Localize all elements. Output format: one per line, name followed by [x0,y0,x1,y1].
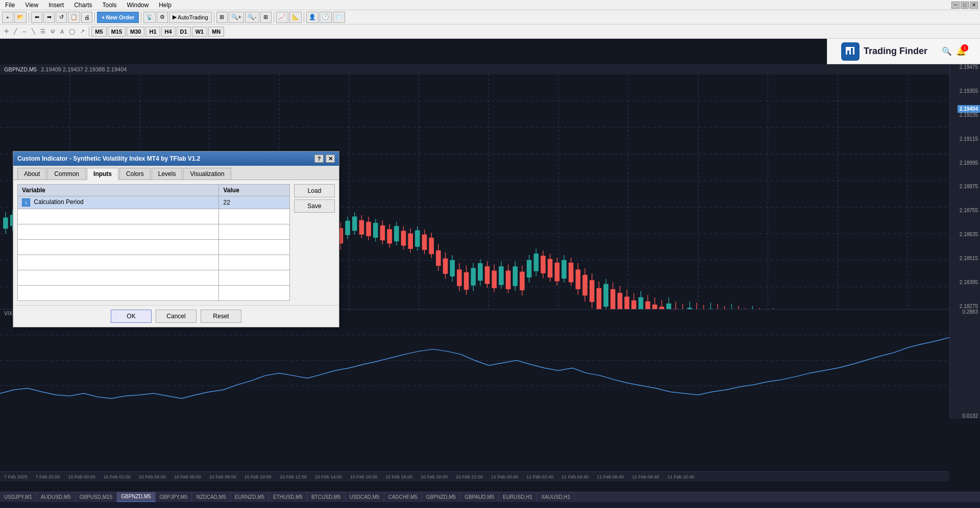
sym-tab-7[interactable]: ETHUSD,M5 [269,492,307,502]
sym-tab-12[interactable]: GBPAUD,M5 [460,492,499,502]
dialog-tab-colors[interactable]: Colors [119,168,151,180]
menu-help[interactable]: Help [156,1,175,10]
svg-rect-23 [4,218,8,228]
line-tool[interactable]: ╱ [12,28,19,35]
menu-window[interactable]: Window [124,1,152,10]
svg-rect-163 [492,271,496,288]
dialog-close-button[interactable]: ✕ [326,155,335,163]
inputs-table: Variable Value i Calculation Period [17,184,290,301]
tf-h1[interactable]: H1 [145,27,160,37]
zoom-in-btn[interactable]: 🔍+ [229,12,244,23]
profiles-btn[interactable]: 👤 [306,12,318,23]
sym-tab-2[interactable]: GBPUSD,M15 [76,492,117,502]
tf-h4[interactable]: H4 [161,27,176,37]
history-btn[interactable]: 📋 [68,12,80,23]
trendline-tool[interactable]: ╲ [30,28,37,35]
sym-tab-5[interactable]: NZDCAD,M5 [192,492,230,502]
svg-rect-169 [513,267,517,286]
value-cell[interactable]: 22 [219,196,290,209]
dialog-tab-levels[interactable]: Levels [152,168,183,180]
fib-tool[interactable]: Ψ [48,29,57,35]
mailbox-btn[interactable]: 📨 [333,12,345,23]
tf-m5[interactable]: M5 [91,27,106,37]
save-button[interactable]: Save [294,199,335,213]
menu-file[interactable]: File [2,1,18,10]
sym-tab-11[interactable]: GBPNZD,M5 [422,492,460,502]
channel-tool[interactable]: ☰ [38,28,47,35]
forward-btn[interactable]: ➡ [43,12,55,23]
dialog-tab-about[interactable]: About [17,168,46,180]
tf-m30[interactable]: M30 [127,27,144,37]
empty-row-6 [18,286,290,301]
signal-btn[interactable]: 📡 [143,12,156,23]
time-label-14: 11 Feb 00:40 [487,474,522,479]
sym-tab-9[interactable]: USDCAD,M5 [346,492,384,502]
empty-row-4 [18,255,290,270]
new-order-button[interactable]: + New Order [97,12,139,23]
menu-view[interactable]: View [22,1,41,10]
price-level-4: 2.18995 [960,160,978,166]
indicators-btn[interactable]: 📈 [276,12,288,23]
time-label-3: 10 Feb 02:00 [100,474,135,479]
new-chart-btn[interactable]: + [2,12,13,23]
zoom-out-btn[interactable]: 🔍- [245,12,259,23]
settings-btn[interactable]: ⚙ [157,12,168,23]
tf-m15[interactable]: M15 [108,27,126,37]
back-btn[interactable]: ⬅ [31,12,42,23]
ok-button[interactable]: OK [111,310,152,323]
open-btn[interactable]: 📂 [14,12,27,23]
price-scale: 2.19475 2.19355 2.19235 2.19115 2.18995 … [949,64,980,309]
ellipse-tool[interactable]: ◯ [67,28,77,35]
sym-tab-13[interactable]: EURUSD,H1 [499,492,537,502]
grid-btn[interactable]: ⊞ [260,12,272,23]
minimize-button[interactable]: ─ [951,2,960,9]
clock-btn[interactable]: 🕐 [320,12,332,23]
notification-icon[interactable]: 🔔 1 [956,46,966,56]
tf-logo-icon [841,42,860,61]
sym-tab-3[interactable]: GBPNZD,M5 [117,492,155,502]
hline-tool[interactable]: ─ [20,29,29,35]
reload-btn[interactable]: ↺ [56,12,67,23]
dialog-tab-visualization[interactable]: Visualization [183,168,231,180]
sym-tab-6[interactable]: EURNZD,M5 [231,492,269,502]
maximize-button[interactable]: □ [961,2,969,9]
print-btn[interactable]: 🖨 [81,12,92,23]
crosshair-tool[interactable]: ✛ [2,28,11,35]
table-row[interactable]: i Calculation Period 22 [18,196,290,209]
sym-tab-0[interactable]: USDJPY,M1 [0,492,37,502]
svg-rect-135 [395,226,399,241]
menu-insert[interactable]: Insert [45,1,67,10]
time-label-2: 10 Feb 00:00 [64,474,100,479]
reset-button[interactable]: Reset [201,310,241,323]
tf-mn[interactable]: MN [208,27,224,37]
tf-w1[interactable]: W1 [192,27,208,37]
dialog-tab-inputs[interactable]: Inputs [87,168,118,180]
sym-tab-1[interactable]: AUDUSD,M5 [37,492,76,502]
cancel-button[interactable]: Cancel [156,310,197,323]
window-controls: ─ □ ✕ [951,2,978,9]
text-tool[interactable]: A [58,29,66,35]
dialog-tab-common[interactable]: Common [47,168,86,180]
svg-rect-165 [499,267,503,285]
time-label-16: 11 Feb 04:40 [557,474,593,479]
menu-charts[interactable]: Charts [71,1,95,10]
objects-btn[interactable]: 📐 [289,12,302,23]
dialog-help-button[interactable]: ? [314,155,324,163]
sym-tab-4[interactable]: GBPJPY,M5 [156,492,192,502]
time-label-8: 10 Feb 12:00 [276,474,311,479]
sym-tab-10[interactable]: CADCHF,M5 [384,492,422,502]
tf-d1[interactable]: D1 [177,27,191,37]
chart-symbol: GBPNZD,M5 [4,66,37,72]
price-level-7: 2.18635 [960,232,978,237]
sym-tab-14[interactable]: XAUUSD,H1 [537,492,575,502]
close-button[interactable]: ✕ [970,2,978,9]
sym-tab-8[interactable]: BTCUSD,M5 [307,492,346,502]
menu-tools[interactable]: Tools [100,1,120,10]
arrow-tool[interactable]: ↗ [78,28,87,35]
load-button[interactable]: Load [294,184,335,197]
dialog[interactable]: Custom Indicator - Synthetic Volatility … [13,151,339,327]
search-icon[interactable]: 🔍 [942,46,952,56]
time-label-4: 10 Feb 04:00 [135,474,170,479]
chart-props-btn[interactable]: ⊞ [216,12,228,23]
autotrading-button[interactable]: ▶ AutoTrading [169,12,212,23]
